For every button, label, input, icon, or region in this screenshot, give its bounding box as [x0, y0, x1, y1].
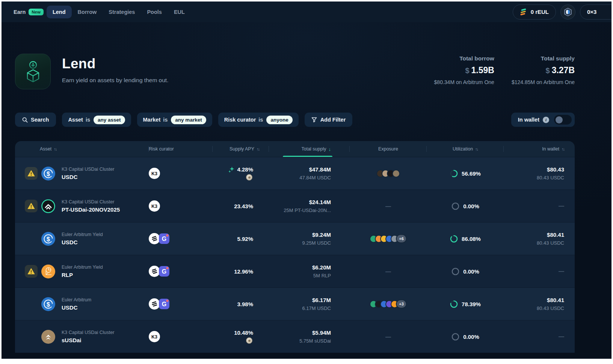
search-label: Search — [31, 117, 49, 123]
table-row[interactable]: $ Euler Arbitrum USDC G 3.98% $6.17M 6.1… — [15, 287, 575, 320]
boosted-apy-icon — [228, 167, 234, 173]
total-supply-cell: $6.17M 6.17M USDC — [269, 297, 350, 311]
in-wallet-cell: — — [504, 203, 565, 209]
wallet-address-label: 0×3 — [587, 9, 596, 15]
nav-item-eul[interactable]: EUL — [168, 6, 191, 18]
column-header-total-supply[interactable]: Total supply↓ — [269, 141, 350, 157]
supply-apy-value: 23.43% — [234, 203, 253, 209]
empty-dash: — — [385, 203, 391, 209]
asset-symbol: RLP — [62, 272, 103, 278]
reward-coin-icon — [246, 174, 252, 180]
page-title: Lend — [62, 56, 168, 72]
asset-symbol: PT-USDai-20NOV2025 — [62, 206, 120, 213]
supply-apy-cell: 3.98% — [213, 301, 269, 307]
markets-table: Asset↑↓ Risk curator Supply APY↑↓ Total … — [15, 141, 575, 353]
usdc-icon: $ — [41, 297, 55, 311]
asset-symbol: sUSDai — [62, 337, 114, 343]
table-row[interactable]: K3 Capital USDai Cluster sUSDai K3 10.48… — [15, 320, 575, 353]
utilization-ring-icon — [451, 332, 460, 341]
asset-symbol: USDC — [62, 304, 91, 311]
reul-balance-label: 0 rEUL — [531, 9, 549, 15]
exposure-cell: — — [350, 203, 427, 209]
sort-icon: ↑↓ — [475, 147, 478, 151]
in-wallet-label: In wallet — [518, 117, 539, 123]
sort-icon: ↑↓ — [54, 147, 56, 151]
asset-symbol: USDC — [62, 174, 114, 180]
utilization-cell: 0.00% — [427, 267, 504, 276]
utilization-value: 56.69% — [462, 170, 481, 177]
currency-symbol: $ — [465, 66, 469, 75]
sort-icon: ↑↓ — [562, 147, 564, 151]
cluster-name: K3 Capital USDai Cluster — [62, 330, 114, 335]
table-row[interactable]: K3 Capital USDai Cluster PT-USDai-20NOV2… — [15, 190, 575, 222]
column-header-utilization[interactable]: Utilization↑↓ — [427, 141, 504, 157]
column-header-in-wallet[interactable]: In wallet↑↓ — [504, 141, 565, 157]
in-wallet-cell: — — [504, 333, 565, 340]
table-body: $ K3 Capital USDai Cluster USDC K3 4.28%… — [25, 157, 565, 353]
column-header-risk-curator[interactable]: Risk curator — [149, 141, 213, 157]
hero-stats: Total borrow $1.59B $80.34M on Arbitrum … — [434, 54, 575, 85]
filter-chip-asset[interactable]: Asset is any asset — [62, 113, 131, 127]
nav-item-borrow[interactable]: Borrow — [72, 6, 103, 18]
total-borrow-stat: Total borrow $1.59B $80.34M on Arbitrum … — [434, 55, 494, 85]
nav-item-pools[interactable]: Pools — [141, 6, 168, 18]
nav-item-earn[interactable]: Earn New — [8, 5, 47, 19]
svg-text:$: $ — [47, 301, 50, 307]
risk-curator-cell: G — [149, 298, 213, 310]
exposure-more-badge: +3 — [396, 299, 407, 308]
page-subtitle: Earn yield on assets by lending them out… — [62, 77, 168, 84]
nav-item-strategies[interactable]: Strategies — [103, 6, 141, 18]
in-wallet-toggle[interactable] — [554, 115, 572, 125]
nav-item-lend[interactable]: Lend — [47, 6, 72, 18]
empty-dash: — — [385, 334, 391, 340]
network-avatar-button[interactable] — [560, 5, 575, 20]
filter-chip-risk-curator[interactable]: Risk curator is anyone — [218, 113, 299, 127]
in-wallet-filter[interactable]: In wallet i — [511, 113, 575, 127]
filter-chip-market[interactable]: Market is any market — [137, 113, 212, 127]
total-supply-label: Total supply — [512, 55, 575, 62]
utilization-ring-icon — [450, 169, 458, 178]
warning-icon — [25, 200, 38, 212]
column-header-exposure[interactable]: Exposure — [350, 141, 427, 157]
total-borrow-label: Total borrow — [434, 55, 494, 62]
warning-icon — [25, 167, 38, 180]
supply-apy-value: 4.28% — [237, 166, 253, 173]
exposure-more-badge: +6 — [396, 234, 407, 243]
column-header-asset[interactable]: Asset↑↓ — [25, 141, 149, 157]
chip-value: anyone — [266, 116, 292, 124]
chip-field: Market — [143, 117, 161, 123]
search-button[interactable]: Search — [15, 113, 56, 127]
chip-op: is — [258, 117, 263, 123]
lend-hero-icon — [15, 54, 51, 89]
exposure-cell: +3 — [350, 299, 427, 308]
reul-balance-button[interactable]: 0 rEUL — [513, 5, 556, 20]
pt-icon — [41, 199, 55, 213]
utilization-cell: 86.08% — [427, 235, 504, 243]
table-row[interactable]: $ Euler Arbitrum Yield USDC G 5.92% $9.2… — [15, 222, 575, 255]
table-row[interactable]: Euler Arbitrum Yield RLP G 12.96% $6.20M… — [15, 255, 575, 287]
app-window: Earn New Lend Borrow Strategies Pools EU… — [2, 2, 611, 359]
table-header: Asset↑↓ Risk curator Supply APY↑↓ Total … — [25, 141, 565, 157]
total-supply-cell: $47.84M 47.84M USDC — [269, 166, 350, 180]
info-icon: i — [543, 117, 549, 123]
new-badge: New — [29, 9, 44, 15]
table-row[interactable]: $ K3 Capital USDai Cluster USDC K3 4.28%… — [15, 157, 575, 190]
svg-text:G: G — [162, 236, 166, 242]
supply-apy-value: 10.48% — [234, 329, 253, 336]
euler-logo-icon — [519, 8, 528, 15]
exposure-cell: — — [350, 334, 427, 340]
svg-text:G: G — [162, 268, 166, 275]
column-header-supply-apy[interactable]: Supply APY↑↓ — [213, 141, 269, 157]
total-supply-cell: $6.20M 5M RLP — [269, 264, 350, 278]
risk-curator-cell: K3 — [149, 331, 213, 342]
chip-field: Asset — [68, 117, 83, 123]
k3-curator-icon: K3 — [149, 168, 160, 179]
risk-curator-cell: K3 — [149, 168, 213, 179]
supply-apy-cell: 5.92% — [213, 236, 269, 242]
wallet-address-button[interactable]: 0×3 — [580, 5, 611, 20]
add-filter-button[interactable]: Add Filter — [305, 113, 353, 127]
cluster-name: Euler Arbitrum Yield — [62, 265, 103, 270]
currency-symbol: $ — [546, 66, 550, 75]
k3-curator-icon: K3 — [149, 331, 160, 342]
svg-text:K3: K3 — [151, 334, 157, 340]
